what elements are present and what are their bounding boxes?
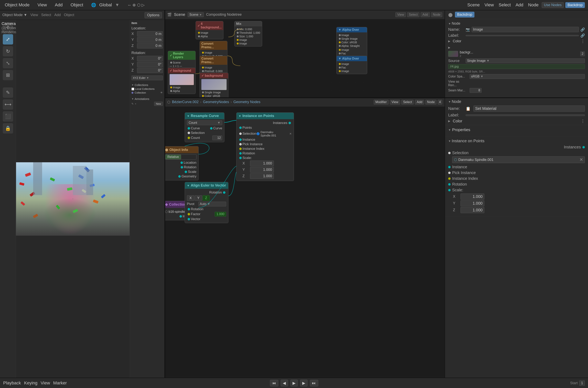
- local-collections-checkbox[interactable]: [132, 88, 134, 90]
- select-menu[interactable]: Select: [497, 1, 512, 8]
- backdrop-btn[interactable]: Backdrop: [565, 2, 585, 8]
- rot-z-value[interactable]: 0°: [137, 68, 163, 73]
- start-frame-input[interactable]: 1: [579, 380, 585, 386]
- image-number-btn[interactable]: 2: [580, 51, 585, 56]
- item-tab-label[interactable]: Item: [132, 22, 137, 25]
- geo-add-btn[interactable]: Add: [415, 100, 424, 104]
- breadcrumb-item-2[interactable]: GeometryNodes: [203, 100, 229, 104]
- view-btn[interactable]: View: [30, 13, 38, 17]
- resample-count-dropdown[interactable]: Count ▼: [187, 121, 222, 125]
- move-tool[interactable]: ⤢: [3, 34, 13, 45]
- add-menu[interactable]: Add: [514, 1, 525, 8]
- rot-y-value[interactable]: 0°: [137, 62, 163, 67]
- new-annotation-button[interactable]: New: [154, 102, 163, 106]
- x-tab[interactable]: X: [187, 195, 194, 201]
- scale-z-input-right[interactable]: 1.000: [460, 207, 484, 213]
- object-btn[interactable]: Object: [64, 13, 74, 17]
- selection-remove-btn[interactable]: ✕: [289, 132, 292, 135]
- geo-modifier-btn[interactable]: Modifier: [374, 100, 389, 104]
- scale-z-input[interactable]: 1.000: [250, 173, 274, 179]
- colorspace-dropdown[interactable]: sRGB▼: [470, 74, 585, 79]
- loc-x-value[interactable]: 0 m: [137, 31, 163, 37]
- annotate-tool[interactable]: ✎: [3, 87, 13, 98]
- seam-margin-value[interactable]: 8: [470, 88, 482, 93]
- label-link-btn[interactable]: 🔗: [580, 33, 585, 38]
- use-nodes-btn[interactable]: Use Nodes: [542, 2, 564, 8]
- marker-label[interactable]: Marker: [53, 380, 67, 386]
- menu-view[interactable]: View: [36, 1, 48, 8]
- viewport-3d-area[interactable]: [16, 20, 130, 378]
- measure-tool[interactable]: ⟷: [3, 99, 13, 110]
- scene-selector[interactable]: Scene▼: [188, 12, 204, 17]
- label-value[interactable]: [466, 35, 579, 36]
- play-btn[interactable]: ▶: [290, 380, 298, 387]
- compositor-canvas[interactable]: Mix Mix: 0.000 Threshold: 1.000 Size: 1.…: [165, 19, 445, 97]
- geo-node-btn[interactable]: Node: [425, 100, 436, 104]
- node-name-value[interactable]: Set Material: [474, 105, 585, 112]
- global-transform[interactable]: Global: [98, 1, 113, 8]
- breadcrumb-item-1[interactable]: BézierCurve.002: [172, 100, 199, 104]
- scale-y-input[interactable]: 1.000: [250, 167, 274, 173]
- breadcrumb-item-3[interactable]: Geometry Nodes: [233, 100, 260, 104]
- view-label[interactable]: View: [41, 380, 50, 386]
- geo-select-btn[interactable]: Select: [401, 100, 414, 104]
- loc-z-value[interactable]: 0 m: [137, 43, 163, 48]
- alpha-over-2-node: ▼ Alpha Over Image Fac Image: [336, 56, 367, 74]
- geo-view-btn[interactable]: View: [390, 100, 400, 104]
- menu-add[interactable]: Add: [53, 1, 64, 8]
- pivot-dropdown[interactable]: Auto▼: [198, 202, 226, 206]
- add-btn-viewport[interactable]: Add: [54, 13, 61, 17]
- z-tab[interactable]: Z: [203, 195, 210, 201]
- scale-tool[interactable]: ⤡: [3, 58, 13, 68]
- rotation-mode-btn[interactable]: XYZ Euler ▼: [132, 75, 163, 80]
- menu-object[interactable]: Object: [69, 1, 85, 8]
- rotate-tool[interactable]: ↻: [3, 46, 13, 56]
- rotation-mode-row: XYZ Euler ▼: [132, 75, 163, 80]
- scale-x-input[interactable]: 1.000: [250, 161, 274, 166]
- playback-label[interactable]: Playback: [3, 380, 21, 386]
- relative-btn[interactable]: Relative: [165, 155, 181, 159]
- compositor-add-btn[interactable]: Add: [421, 12, 430, 17]
- local-collections-label: Local Collections: [135, 87, 155, 90]
- viewport-mode-btn[interactable]: Object Mode ▼: [2, 13, 27, 17]
- node-color-menu-btn[interactable]: ⋮: [581, 119, 585, 123]
- color-menu-btn[interactable]: ⋮: [581, 39, 585, 44]
- skip-start-btn[interactable]: ⏮: [270, 380, 278, 387]
- selection-value: Danmaku Spindle.001: [458, 158, 494, 162]
- skip-end-btn[interactable]: ⏭: [310, 380, 318, 387]
- node-menu[interactable]: Node: [526, 1, 540, 8]
- y-tab[interactable]: Y: [195, 195, 202, 201]
- next-frame-btn[interactable]: ▶: [300, 380, 307, 387]
- compositor-view-btn[interactable]: View: [395, 12, 406, 17]
- backdrop-btn-right[interactable]: Backdrop: [455, 12, 475, 18]
- compositor-node-btn[interactable]: Node: [431, 12, 442, 17]
- geo-canvas[interactable]: ◉Object Info Relative Location Rotation …: [165, 106, 445, 378]
- scale-z-label: Z: [453, 208, 459, 212]
- transform-tool[interactable]: ⊞: [3, 70, 13, 80]
- mode-selector[interactable]: Object Mode: [3, 1, 31, 8]
- name-link-btn[interactable]: 🔗: [580, 27, 585, 32]
- scene-menu[interactable]: Scene: [466, 1, 481, 8]
- keying-label[interactable]: Keying: [24, 380, 37, 386]
- selection-clear-btn[interactable]: ✕: [579, 157, 583, 162]
- source-dropdown[interactable]: Single Image▼: [466, 58, 585, 63]
- name-value[interactable]: Image: [472, 27, 579, 32]
- node-label-value[interactable]: [466, 114, 585, 116]
- select-btn[interactable]: Select: [41, 13, 51, 17]
- filename-value[interactable]: //4.jpg: [448, 64, 585, 69]
- rot-x-value[interactable]: 0°: [137, 56, 163, 61]
- cursor-tool[interactable]: ✛: [3, 22, 13, 33]
- count-value-input[interactable]: 12: [212, 136, 222, 140]
- options-btn[interactable]: Options: [145, 12, 162, 18]
- lock-tool[interactable]: 🔒: [3, 123, 13, 134]
- scale-y-input-right[interactable]: 1.000: [460, 200, 484, 206]
- collection-eye[interactable]: 👁: [160, 91, 163, 94]
- add-cube-tool[interactable]: ⬛: [3, 111, 13, 121]
- factor-input[interactable]: 1.000: [215, 212, 226, 217]
- scale-x-input-right[interactable]: 1.000: [460, 194, 484, 200]
- loc-y-value[interactable]: 0 m: [137, 37, 163, 43]
- add-annotation-btn[interactable]: +: [135, 102, 136, 105]
- view-menu-right[interactable]: View: [483, 1, 496, 8]
- prev-frame-btn[interactable]: ◀: [281, 380, 288, 387]
- compositor-select-btn[interactable]: Select: [407, 12, 419, 17]
